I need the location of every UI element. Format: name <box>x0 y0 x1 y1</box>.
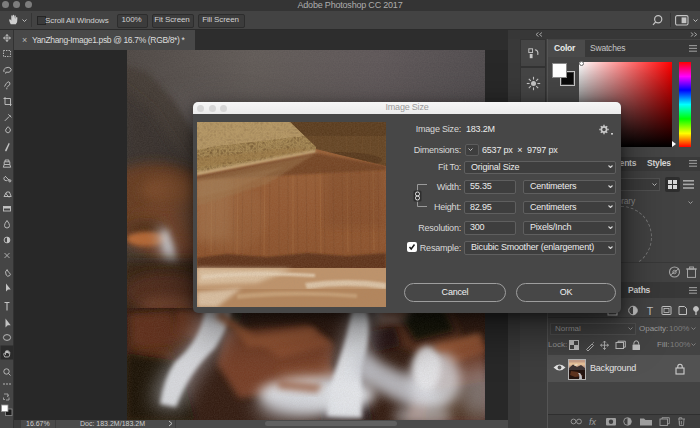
svg-text:T: T <box>647 305 654 316</box>
svg-text:fx: fx <box>589 417 597 426</box>
